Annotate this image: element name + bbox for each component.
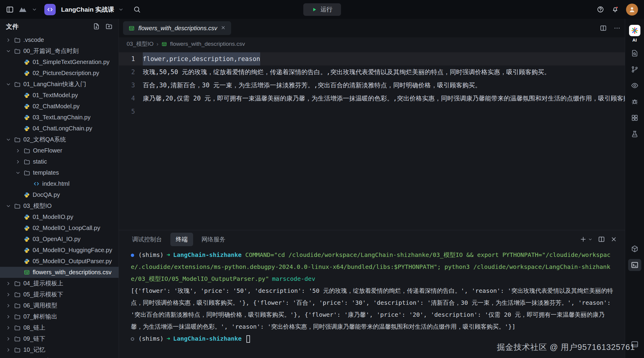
new-terminal-button[interactable] — [580, 236, 593, 243]
tree-folder-08_链上[interactable]: 08_链上 — [0, 322, 119, 333]
tab-label: flowers_with_descriptions.csv — [138, 25, 217, 32]
notifications-button[interactable] — [611, 6, 619, 13]
tree-folder-10_记忆[interactable]: 10_记忆 — [0, 344, 119, 355]
more-actions-button[interactable] — [613, 25, 621, 32]
new-file-button[interactable] — [93, 23, 100, 31]
tree-item-label: 04_ChatLongChain.py — [33, 125, 92, 132]
tree-file-01_TextModel.py[interactable]: 01_TextModel.py — [0, 90, 119, 101]
terminal-status-dot — [131, 254, 134, 257]
file-search-button[interactable] — [628, 47, 641, 59]
tree-file-01_ModelIO.py[interactable]: 01_ModelIO.py — [0, 211, 119, 223]
search-icon — [133, 6, 141, 13]
close-panel-button[interactable] — [610, 236, 617, 243]
chevron-right-icon — [5, 292, 11, 297]
bug-button[interactable] — [628, 96, 641, 108]
panel-bottom-button[interactable] — [628, 338, 641, 350]
panel-left-icon — [6, 6, 14, 13]
panel-tab-调试控制台[interactable]: 调试控制台 — [127, 233, 167, 246]
split-terminal-icon — [598, 236, 605, 243]
tree-folder-07_解析输出[interactable]: 07_解析输出 — [0, 311, 119, 322]
tab-flowers-csv[interactable]: flowers_with_descriptions.csv — [123, 21, 231, 35]
tree-file-03_OpenAI_IO.py[interactable]: 03_OpenAI_IO.py — [0, 234, 119, 245]
tree-folder-static[interactable]: static — [0, 156, 119, 167]
project-name[interactable]: LangChain 实战课 — [61, 5, 114, 14]
git-branch-icon — [631, 65, 639, 73]
panel-tab-终端[interactable]: 终端 — [170, 233, 193, 246]
line-number: 1 — [119, 52, 143, 65]
split-editor-button[interactable] — [600, 25, 607, 32]
sidebar-toggle-button[interactable] — [6, 6, 14, 13]
breadcrumb-folder[interactable]: 03_模型IO — [127, 40, 154, 48]
ai-icon-box — [629, 25, 640, 36]
tree-item-label: index.html — [42, 180, 69, 187]
editor-line-4[interactable]: 4康乃馨,20,仅需 20 元，即可拥有一束温馨美丽的康乃馨，为生活增添一抹温暖… — [119, 92, 625, 105]
html-file-icon — [33, 181, 40, 187]
code-editor[interactable]: 1flower,price,description,reason2玫瑰,50,5… — [119, 51, 625, 230]
tree-folder-templates[interactable]: templates — [0, 167, 119, 178]
panel-tab-网络服务[interactable]: 网络服务 — [196, 233, 231, 246]
tree-folder-.vscode[interactable]: .vscode — [0, 34, 119, 45]
flask-button[interactable] — [628, 128, 641, 140]
folder-icon — [14, 336, 21, 342]
tree-file-05_ModelIO_OutputParser.py[interactable]: 05_ModelIO_OutputParser.py — [0, 256, 119, 267]
tree-folder-01_LangChain快速入门[interactable]: 01_LangChain快速入门 — [0, 79, 119, 90]
ai-sparkle-icon — [631, 27, 639, 34]
editor-line-2[interactable]: 2玫瑰,50,50 元的玫瑰，绽放着爱情的绚烂，传递着深情的告白。,突出玫瑰代表… — [119, 65, 625, 79]
line-content: 康乃馨,20,仅需 20 元，即可拥有一束温馨美丽的康乃馨，为生活增添一抹温暖的… — [143, 92, 625, 105]
marscode-logo-icon[interactable] — [18, 5, 28, 14]
tree-file-flowers_with_descriptions.csv[interactable]: flowers_with_descriptions.csv — [0, 267, 119, 278]
logo-chevron-down-icon[interactable] — [32, 7, 37, 12]
tree-folder-05_提示模板下[interactable]: 05_提示模板下 — [0, 289, 119, 300]
eye-button[interactable] — [628, 80, 641, 92]
run-button[interactable]: 运行 — [303, 3, 341, 16]
breadcrumb-file[interactable]: flowers_with_descriptions.csv — [170, 41, 245, 47]
tree-folder-OneFlower[interactable]: OneFlower — [0, 145, 119, 156]
terminal-panel-button[interactable] — [628, 259, 641, 271]
tree-folder-03_模型IO[interactable]: 03_模型IO — [0, 200, 119, 211]
tree-file-03_TextLangChain.py[interactable]: 03_TextLangChain.py — [0, 112, 119, 123]
new-folder-button[interactable] — [105, 23, 113, 31]
python-file-icon — [24, 225, 30, 231]
tree-file-02_ModelIO_LoopCall.py[interactable]: 02_ModelIO_LoopCall.py — [0, 223, 119, 234]
editor-tabbar: flowers_with_descriptions.csv — [119, 19, 625, 37]
tree-folder-00_开篇词_奇点时刻[interactable]: 00_开篇词_奇点时刻 — [0, 45, 119, 57]
tree-file-01_SimpleTextGeneration.py[interactable]: 01_SimpleTextGeneration.py — [0, 57, 119, 68]
chevron-right-icon — [5, 37, 11, 43]
chevron-right-icon — [5, 336, 11, 342]
breadcrumb: 03_模型IO › flowers_with_descriptions.csv — [119, 37, 625, 51]
terminal-output[interactable]: (shims)➜LangChain-shizhankeCOMMAND="cd /… — [119, 248, 625, 358]
tree-item-label: 02_ChatModel.py — [33, 103, 80, 110]
folder-icon — [14, 280, 21, 287]
tree-file-02_ChatModel.py[interactable]: 02_ChatModel.py — [0, 101, 119, 112]
tree-folder-06_调用模型[interactable]: 06_调用模型 — [0, 300, 119, 311]
search-button[interactable] — [133, 6, 141, 13]
ai-assistant-button[interactable]: AI — [629, 25, 640, 42]
flask-icon — [631, 130, 639, 138]
terminal-env: (shims) — [138, 251, 163, 258]
close-icon — [610, 236, 617, 243]
tree-file-04_ModelIO_HuggingFace.py[interactable]: 04_ModelIO_HuggingFace.py — [0, 245, 119, 256]
tab-close-button[interactable] — [221, 25, 226, 31]
tree-folder-04_提示模板上[interactable]: 04_提示模板上 — [0, 278, 119, 289]
tree-folder-09_链下[interactable]: 09_链下 — [0, 333, 119, 344]
avatar[interactable] — [626, 4, 638, 16]
tree-folder-11_代理上[interactable]: 11_代理上 — [0, 355, 119, 358]
editor-line-3[interactable]: 3百合,30,清新百合，30 元一束，为生活增添一抹淡雅芬芳。,突出百合的清新淡… — [119, 79, 625, 92]
git-branch-button[interactable] — [628, 63, 641, 75]
grid-button[interactable] — [628, 112, 641, 124]
cube-button[interactable] — [628, 243, 641, 255]
tree-folder-02_文档QA系统[interactable]: 02_文档QA系统 — [0, 134, 119, 145]
line-number: 3 — [119, 79, 143, 92]
tree-file-DocQA.py[interactable]: DocQA.py — [0, 189, 119, 200]
tree-file-02_PictureDescription.py[interactable]: 02_PictureDescription.py — [0, 68, 119, 79]
help-button[interactable] — [597, 6, 604, 13]
tree-item-label: 01_ModelIO.py — [33, 214, 73, 220]
tree-item-label: 04_提示模板上 — [23, 279, 63, 287]
tree-file-04_ChatLongChain.py[interactable]: 04_ChatLongChain.py — [0, 123, 119, 134]
editor-line-1[interactable]: 1flower,price,description,reason — [119, 52, 625, 65]
editor-line-5[interactable]: 5 — [119, 105, 625, 118]
split-terminal-button[interactable] — [598, 236, 605, 243]
tree-file-index.html[interactable]: index.html — [0, 178, 119, 189]
project-chevron-down-icon[interactable] — [118, 7, 124, 12]
python-file-icon — [24, 103, 30, 109]
